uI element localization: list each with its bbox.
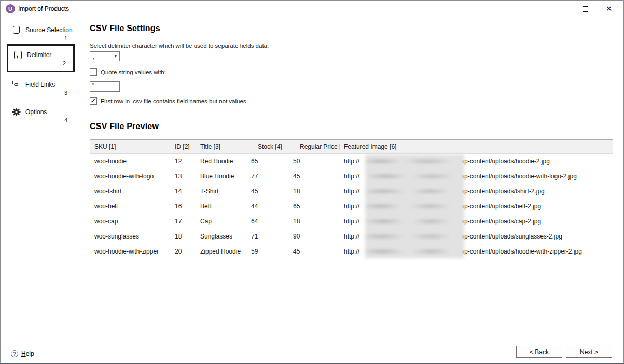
cell-title: T-Shirt	[196, 184, 247, 199]
sidebar-item-source-selection[interactable]: Source Selection 1	[7, 25, 75, 41]
cell-id: 20	[171, 244, 196, 259]
title-bar: U Import of Products ✕	[1, 1, 623, 17]
url-prefix: http://	[344, 203, 359, 210]
url-suffix: /wp-content/uploads/hoodie-with-zipper-2…	[458, 248, 582, 255]
table-row[interactable]: woo-cap 17 Cap 64 18 http:///wp-content/…	[90, 214, 613, 229]
csv-preview-heading: CSV File Preview	[90, 122, 159, 131]
cell-id: 12	[171, 153, 196, 169]
cell-id: 18	[171, 229, 196, 244]
close-button[interactable]: ✕	[598, 1, 620, 17]
next-button[interactable]: Next >	[566, 346, 612, 358]
app-logo-icon: U	[6, 4, 15, 13]
document-icon	[12, 25, 21, 34]
cell-stock: 77	[247, 169, 289, 184]
url-prefix: http://	[344, 218, 359, 225]
csv-settings-heading: CSV File Settings	[90, 24, 160, 33]
close-icon: ✕	[606, 4, 613, 13]
csv-preview-table: SKU [1] ID [2] Title [3] Stock [4] Regul…	[90, 140, 613, 259]
cell-id: 13	[171, 169, 196, 184]
cell-title: Blue Hoodie	[196, 169, 247, 184]
help-label: Help	[21, 350, 34, 357]
cell-sku: woo-sunglasses	[90, 229, 171, 244]
sidebar-item-delimiter[interactable]: , Delimiter 2	[7, 44, 75, 72]
quote-character-value: "	[92, 82, 94, 89]
table-row[interactable]: woo-hoodie 12 Red Hoodie 65 50 http:///w…	[90, 153, 613, 169]
gear-icon	[12, 107, 21, 116]
cell-stock: 64	[247, 214, 289, 229]
url-prefix: http://	[344, 188, 359, 195]
first-row-checkbox-row[interactable]: ✓ First row in .csv file contains field …	[90, 97, 246, 105]
delimiter-select[interactable]: , ▾	[90, 51, 120, 61]
cell-price: 18	[289, 214, 340, 229]
footer-bar: ? Help < Back Next >	[1, 342, 623, 363]
url-suffix: /wp-content/uploads/tshirt-2.jpg	[458, 188, 545, 195]
sidebar-item-options[interactable]: Options 4	[7, 107, 75, 123]
column-header-featured-image: Featured Image [6]	[340, 140, 613, 153]
help-link[interactable]: ? Help	[11, 350, 34, 357]
url-prefix: http://	[344, 158, 359, 165]
step-label: Delimiter	[27, 51, 51, 59]
table-row[interactable]: woo-sunglasses 18 Sunglasses 71 90 http:…	[90, 229, 613, 244]
cell-title: Belt	[196, 199, 247, 214]
cell-stock: 59	[247, 244, 289, 259]
cell-sku: woo-hoodie-with-logo	[90, 169, 171, 184]
cell-id: 14	[171, 184, 196, 199]
maximize-button[interactable]	[574, 1, 597, 17]
step-label: Field Links	[25, 81, 55, 88]
column-header-title: Title [3]	[196, 140, 247, 153]
cell-id: 17	[171, 214, 196, 229]
cell-price: 90	[289, 229, 340, 244]
column-header-id: ID [2]	[171, 140, 196, 153]
cell-sku: woo-tshirt	[90, 184, 171, 199]
url-prefix: http://	[344, 173, 359, 180]
window-title: Import of Products	[18, 5, 69, 12]
wizard-steps-sidebar: Source Selection 1 , Delimiter 2 Field L…	[1, 17, 86, 342]
table-row[interactable]: woo-hoodie-with-logo 13 Blue Hoodie 77 4…	[90, 169, 613, 184]
help-question-icon: ?	[11, 350, 18, 357]
back-button[interactable]: < Back	[516, 346, 562, 358]
import-products-window: U Import of Products ✕ Source Selection …	[0, 0, 624, 364]
step-number: 4	[7, 117, 75, 123]
step-number: 2	[8, 60, 73, 66]
cell-id: 16	[171, 199, 196, 214]
url-prefix: http://	[344, 248, 359, 255]
delimiter-label: Select delimiter character which will be…	[90, 43, 269, 49]
cell-stock: 45	[247, 184, 289, 199]
cell-title: Cap	[196, 214, 247, 229]
cell-sku: woo-belt	[90, 199, 171, 214]
cell-stock: 44	[247, 199, 289, 214]
first-row-label: First row in .csv file contains field na…	[101, 98, 246, 104]
cell-price: 45	[289, 244, 340, 259]
cell-stock: 65	[247, 153, 289, 169]
table-row[interactable]: woo-tshirt 14 T-Shirt 45 18 http:///wp-c…	[90, 184, 613, 199]
url-suffix: /wp-content/uploads/cap-2.jpg	[458, 218, 541, 225]
cell-price: 45	[289, 169, 340, 184]
table-row[interactable]: woo-belt 16 Belt 44 65 http:///wp-conten…	[90, 199, 613, 214]
step-number: 3	[7, 90, 75, 96]
cell-title: Zipped Hoodie	[196, 244, 247, 259]
delimiter-selected-value: ,	[93, 53, 94, 60]
cell-title: Red Hoodie	[196, 153, 247, 169]
sidebar-item-field-links[interactable]: Field Links 3	[7, 80, 75, 96]
comma-icon: ,	[13, 50, 22, 59]
column-header-stock: Stock [4]	[247, 140, 289, 153]
url-suffix: /wp-content/uploads/belt-2.jpg	[458, 203, 541, 210]
maximize-icon	[583, 6, 588, 12]
url-prefix: http://	[344, 233, 359, 240]
checkmark-icon: ✓	[91, 97, 96, 104]
quote-values-checkbox[interactable]	[90, 68, 97, 76]
table-header-row: SKU [1] ID [2] Title [3] Stock [4] Regul…	[90, 140, 613, 153]
step-label: Source Selection	[25, 26, 73, 34]
step-number: 1	[7, 35, 75, 41]
column-header-price: Regular Price [5]	[289, 140, 340, 153]
url-suffix: /wp-content/uploads/sunglasses-2.jpg	[458, 233, 562, 240]
cell-stock: 71	[247, 229, 289, 244]
quote-character-input[interactable]: "	[90, 81, 120, 92]
quote-values-label: Quote string values with:	[101, 69, 166, 75]
url-suffix: /wp-content/uploads/hoodie-with-logo-2.j…	[458, 173, 577, 180]
quote-values-checkbox-row[interactable]: Quote string values with:	[90, 68, 166, 76]
chevron-down-icon: ▾	[114, 54, 117, 59]
field-links-icon	[12, 80, 21, 89]
table-row[interactable]: woo-hoodie-with-zipper 20 Zipped Hoodie …	[90, 244, 613, 259]
first-row-checkbox[interactable]: ✓	[90, 97, 97, 105]
